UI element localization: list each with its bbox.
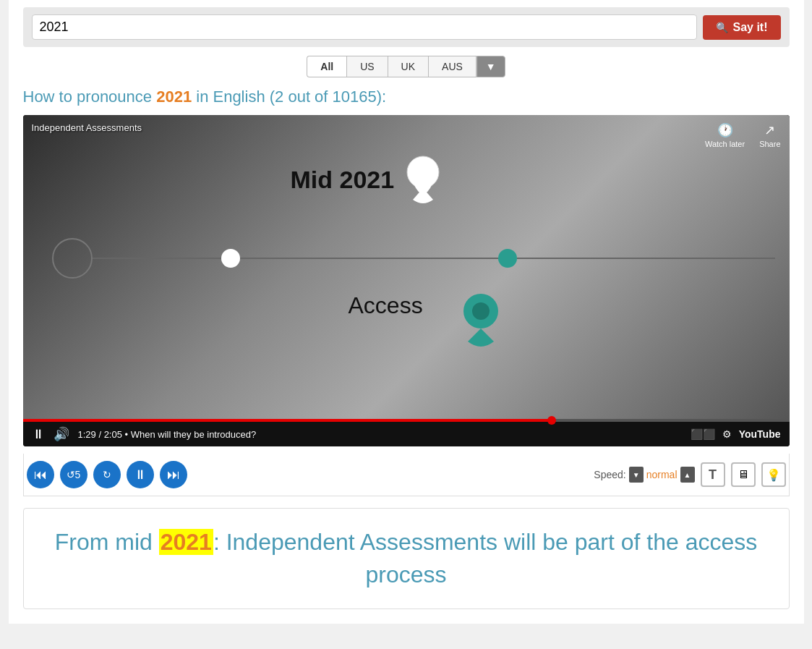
progress-fill [23,419,552,422]
filter-tabs: All US UK AUS ▼ [23,56,790,77]
filter-dropdown[interactable]: ▼ [476,56,505,77]
progress-bar[interactable] [23,419,790,422]
timeline [52,238,775,279]
watch-later-label: Watch later [705,140,745,148]
video-top-actions: 🕐 Watch later ↗ Share [705,122,781,148]
pause2-button[interactable]: ⏸ [127,461,154,488]
svg-point-3 [472,302,490,320]
video-container: Independent Assessments 🕐 Watch later ↗ … [23,115,790,446]
teal-pin-icon [459,292,503,350]
search-area: 🔍 Say it! [23,7,790,47]
player-controls: ⏮ ↺5 ↻ ⏸ ⏭ Speed: ▼ normal ▲ T 🖥 💡 [23,454,790,496]
skip-back-button[interactable]: ⏮ [27,461,54,488]
text-icon-btn[interactable]: T [701,462,725,487]
video-title: Independent Assessments [32,122,142,133]
filter-all[interactable]: All [307,56,346,77]
share-button[interactable]: ↗ Share [759,122,780,148]
caption-text: From mid 2021: Independent Assessments w… [38,526,774,591]
timeline-line-2 [240,258,498,259]
filter-uk[interactable]: UK [388,56,428,77]
screen-icon-btn[interactable]: 🖥 [731,462,756,487]
timeline-dot-teal [498,249,517,268]
say-it-label: Say it! [732,21,767,34]
video-scene: Mid 2021 [23,115,790,419]
search-icon: 🔍 [716,22,728,33]
access-text: Access [349,292,423,319]
timeline-dot-white [221,249,240,268]
video-controls-right: ⬛⬛ ⚙ YouTube [691,428,781,440]
filter-us[interactable]: US [346,56,387,77]
white-pin-icon [406,155,440,204]
volume-button[interactable]: 🔊 [54,426,69,442]
pronunciation-heading: How to pronounce 2021 in English (2 out … [23,88,790,106]
timeline-circle-outline [52,238,93,279]
mid-2021-text: Mid 2021 [291,166,395,194]
youtube-label: YouTube [739,428,781,440]
share-label: Share [759,140,780,148]
speed-value: normal [646,469,678,480]
video-content[interactable]: Independent Assessments 🕐 Watch later ↗ … [23,115,790,419]
video-controls-left: ⏸ 🔊 1:29 / 2:05 • When will they be intr… [32,426,257,442]
share-icon: ↗ [764,122,775,138]
player-btns-right: Speed: ▼ normal ▲ T 🖥 💡 [594,462,785,487]
player-btns-left: ⏮ ↺5 ↻ ⏸ ⏭ [27,461,187,488]
filter-aus[interactable]: AUS [428,56,476,77]
time-display: 1:29 / 2:05 • When will they be introduc… [78,429,257,440]
access-row: Access [349,292,503,350]
speed-control: Speed: ▼ normal ▲ [594,467,694,483]
bulb-icon-btn[interactable]: 💡 [761,462,786,487]
progress-bar-area [23,419,790,422]
pause-button[interactable]: ⏸ [32,427,45,442]
timeline-line-1 [93,258,221,259]
clock-icon: 🕐 [717,122,733,138]
progress-dot [547,416,556,425]
skip-forward-button[interactable]: ⏭ [160,461,187,488]
watch-later-button[interactable]: 🕐 Watch later [705,122,745,148]
replay-button[interactable]: ↻ [93,461,121,488]
speed-up-btn[interactable]: ▲ [680,467,695,483]
speed-dropdown-btn[interactable]: ▼ [629,467,644,483]
say-it-button[interactable]: 🔍 Say it! [703,15,780,40]
caption-section: From mid 2021: Independent Assessments w… [23,508,790,609]
timeline-line-3 [517,258,775,259]
speed-label: Speed: [594,469,625,480]
video-controls-bar: ⏸ 🔊 1:29 / 2:05 • When will they be intr… [23,422,790,446]
video-top-bar: Independent Assessments 🕐 Watch later ↗ … [32,122,781,148]
search-input[interactable] [32,14,698,40]
replay5-button[interactable]: ↺5 [60,461,87,488]
settings-button[interactable]: ⚙ [722,428,732,440]
cc-button[interactable]: ⬛⬛ [691,428,715,440]
